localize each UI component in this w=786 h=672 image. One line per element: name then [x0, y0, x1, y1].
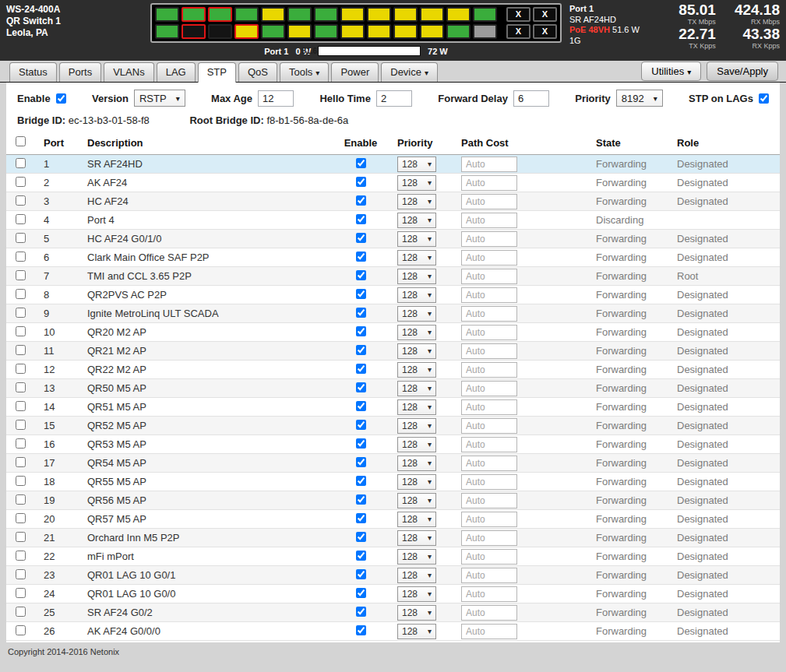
stp-enable-checkbox[interactable] [56, 93, 66, 104]
port-priority-select[interactable]: 128 ▾ [397, 568, 436, 583]
port-status-cell[interactable] [155, 24, 179, 39]
row-select-checkbox[interactable] [16, 233, 26, 243]
port-status-cell[interactable] [473, 7, 497, 22]
table-row[interactable]: 12 QR22 M2 AP 128 ▾ Forwarding Designate… [6, 361, 780, 379]
port-status-cell[interactable] [446, 7, 471, 22]
table-row[interactable]: 5 HC AF24 G0/1/0 128 ▾ Forwarding Design… [6, 230, 780, 248]
port-priority-select[interactable]: 128 ▾ [397, 362, 436, 378]
path-cost-input[interactable] [461, 175, 517, 191]
stp-enable-port-checkbox[interactable] [356, 569, 366, 579]
row-select-checkbox[interactable] [16, 289, 26, 299]
table-row[interactable]: 17 QR54 M5 AP 128 ▾ Forwarding Designate… [6, 454, 780, 473]
path-cost-input[interactable] [461, 157, 517, 172]
row-select-checkbox[interactable] [16, 588, 26, 598]
port-priority-select[interactable]: 128 ▾ [397, 474, 436, 490]
port-status-cell[interactable] [261, 7, 285, 22]
tab-ports[interactable]: Ports [59, 62, 101, 82]
port-status-cell[interactable] [367, 24, 391, 39]
stp-enable-port-checkbox[interactable] [356, 420, 366, 430]
port-priority-select[interactable]: 128 ▾ [397, 493, 436, 508]
stp-enable-port-checkbox[interactable] [356, 382, 366, 392]
stp-enable-port-checkbox[interactable] [356, 551, 366, 561]
port-priority-select[interactable]: 128 ▾ [397, 456, 436, 471]
stp-enable-port-checkbox[interactable] [356, 532, 366, 542]
port-priority-select[interactable]: 128 ▾ [397, 231, 436, 247]
stp-enable-port-checkbox[interactable] [356, 252, 366, 262]
row-select-checkbox[interactable] [16, 308, 26, 318]
port-priority-select[interactable]: 128 ▾ [397, 549, 436, 565]
row-select-checkbox[interactable] [16, 457, 26, 467]
tab-status[interactable]: Status [9, 62, 57, 82]
table-row[interactable]: 22 mFi mPort 128 ▾ Forwarding Designated [6, 547, 780, 566]
port-priority-select[interactable]: 128 ▾ [397, 175, 436, 191]
path-cost-input[interactable] [461, 325, 517, 340]
port-priority-select[interactable]: 128 ▾ [397, 399, 436, 415]
stp-lags-checkbox[interactable] [759, 93, 769, 104]
sfp-port-x-icon[interactable]: X [506, 24, 530, 39]
row-select-checkbox[interactable] [16, 345, 26, 355]
row-select-checkbox[interactable] [16, 214, 26, 224]
port-priority-select[interactable]: 128 ▾ [397, 306, 436, 322]
table-row[interactable]: 6 Clark Main Office SAF P2P 128 ▾ Forwar… [6, 248, 780, 267]
table-row[interactable]: 19 QR56 M5 AP 128 ▾ Forwarding Designate… [6, 491, 780, 510]
port-status-cell[interactable] [182, 24, 206, 39]
stp-enable-port-checkbox[interactable] [356, 289, 366, 299]
port-status-cell[interactable] [420, 7, 444, 22]
utilities-button[interactable]: Utilities▾ [641, 62, 701, 81]
path-cost-input[interactable] [461, 493, 517, 508]
forward-delay-input[interactable] [513, 90, 549, 107]
table-row[interactable]: 23 QR01 LAG 10 G0/1 128 ▾ Forwarding Des… [6, 566, 780, 585]
port-priority-select[interactable]: 128 ▾ [397, 287, 436, 303]
path-cost-input[interactable] [461, 250, 517, 266]
port-priority-select[interactable]: 128 ▾ [397, 213, 436, 228]
stp-enable-port-checkbox[interactable] [356, 513, 366, 523]
port-status-cell[interactable] [182, 7, 206, 22]
stp-enable-port-checkbox[interactable] [356, 214, 366, 224]
stp-enable-port-checkbox[interactable] [356, 177, 366, 187]
row-select-checkbox[interactable] [16, 532, 26, 542]
path-cost-input[interactable] [461, 306, 517, 322]
sfp-port-x-icon[interactable]: X [506, 7, 530, 22]
path-cost-input[interactable] [461, 586, 517, 602]
path-cost-input[interactable] [461, 399, 517, 415]
port-priority-select[interactable]: 128 ▾ [397, 586, 436, 602]
port-status-cell[interactable] [393, 7, 418, 22]
table-row[interactable]: 11 QR21 M2 AP 128 ▾ Forwarding Designate… [6, 342, 780, 361]
table-row[interactable]: 13 QR50 M5 AP 128 ▾ Forwarding Designate… [6, 379, 780, 398]
table-row[interactable]: 9 Ignite MetroLinq ULT SCADA 128 ▾ Forwa… [6, 304, 780, 323]
stp-enable-port-checkbox[interactable] [356, 345, 366, 355]
port-priority-select[interactable]: 128 ▾ [397, 530, 436, 546]
port-status-cell[interactable] [393, 24, 418, 39]
row-select-checkbox[interactable] [16, 382, 26, 392]
sfp-port-x-icon[interactable]: X [533, 7, 557, 22]
path-cost-input[interactable] [461, 418, 517, 434]
stp-enable-port-checkbox[interactable] [356, 588, 366, 598]
stp-enable-port-checkbox[interactable] [356, 308, 366, 318]
priority-select[interactable]: 8192 ▾ [616, 90, 663, 107]
stp-enable-port-checkbox[interactable] [356, 494, 366, 505]
stp-enable-port-checkbox[interactable] [356, 364, 366, 374]
stp-enable-port-checkbox[interactable] [356, 607, 366, 617]
path-cost-input[interactable] [461, 231, 517, 247]
path-cost-input[interactable] [461, 213, 517, 228]
stp-enable-port-checkbox[interactable] [356, 326, 366, 336]
port-status-cell[interactable] [314, 24, 338, 39]
row-select-checkbox[interactable] [16, 420, 26, 430]
row-select-checkbox[interactable] [16, 270, 26, 280]
row-select-checkbox[interactable] [16, 252, 26, 262]
tab-lag[interactable]: LAG [157, 62, 196, 82]
path-cost-input[interactable] [461, 605, 517, 621]
path-cost-input[interactable] [461, 381, 517, 396]
row-select-checkbox[interactable] [16, 401, 26, 411]
sfp-port-x-icon[interactable]: X [533, 24, 557, 39]
port-status-cell[interactable] [208, 7, 232, 22]
path-cost-input[interactable] [461, 287, 517, 303]
stp-enable-port-checkbox[interactable] [356, 457, 366, 467]
path-cost-input[interactable] [461, 456, 517, 471]
table-row[interactable]: 26 AK AF24 G0/0/0 128 ▾ Forwarding Desig… [6, 622, 780, 641]
row-select-checkbox[interactable] [16, 551, 26, 561]
port-priority-select[interactable]: 128 ▾ [397, 343, 436, 359]
stp-enable-port-checkbox[interactable] [356, 195, 366, 206]
port-status-cell[interactable] [340, 7, 365, 22]
port-priority-select[interactable]: 128 ▾ [397, 605, 436, 621]
